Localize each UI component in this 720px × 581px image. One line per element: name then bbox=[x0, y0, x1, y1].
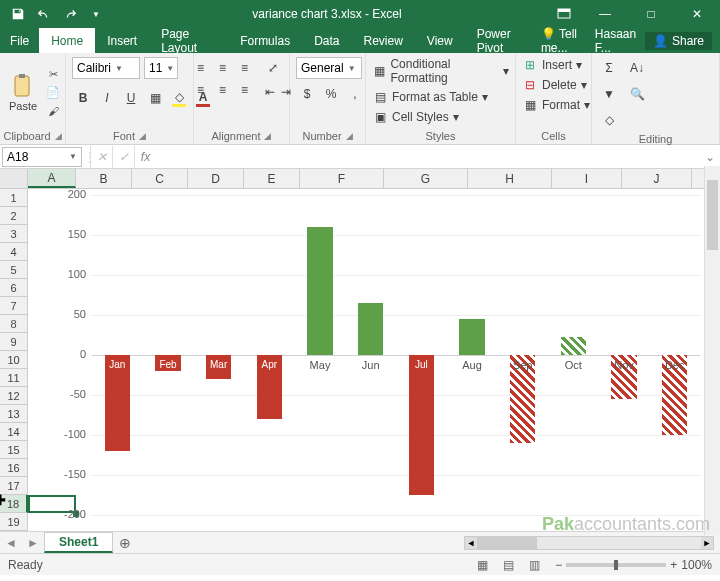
tab-review[interactable]: Review bbox=[352, 28, 415, 53]
row-header[interactable]: 10 bbox=[0, 351, 28, 369]
underline-button[interactable]: U bbox=[120, 87, 142, 109]
tab-view[interactable]: View bbox=[415, 28, 465, 53]
row-header[interactable]: 11 bbox=[0, 369, 28, 387]
qat-customize-icon[interactable]: ▼ bbox=[84, 2, 108, 26]
fx-icon[interactable]: fx bbox=[134, 146, 156, 168]
tab-home[interactable]: Home bbox=[39, 28, 95, 53]
row-header[interactable]: 1 bbox=[0, 189, 28, 207]
close-icon[interactable]: ✕ bbox=[674, 0, 720, 28]
decrease-indent-icon[interactable]: ⇤ bbox=[262, 81, 278, 103]
format-painter-icon[interactable]: 🖌 bbox=[44, 103, 62, 119]
scroll-left-icon[interactable]: ◄ bbox=[465, 537, 477, 549]
column-header[interactable]: C bbox=[132, 169, 188, 188]
redo-icon[interactable] bbox=[58, 2, 82, 26]
border-button[interactable]: ▦ bbox=[144, 87, 166, 109]
row-header[interactable]: 7 bbox=[0, 297, 28, 315]
row-header[interactable]: 8 bbox=[0, 315, 28, 333]
cut-icon[interactable]: ✂ bbox=[44, 67, 62, 83]
new-sheet-button[interactable]: ⊕ bbox=[113, 535, 137, 551]
column-header[interactable]: D bbox=[188, 169, 244, 188]
column-header[interactable]: H bbox=[468, 169, 552, 188]
sheet-next-icon[interactable]: ► bbox=[27, 536, 39, 550]
expand-formula-bar-icon[interactable]: ⌄ bbox=[700, 150, 720, 164]
page-layout-view-icon[interactable]: ▤ bbox=[497, 556, 519, 574]
chart-bar[interactable] bbox=[409, 355, 434, 495]
enter-formula-icon[interactable]: ✓ bbox=[112, 146, 134, 168]
percent-icon[interactable]: % bbox=[320, 83, 342, 105]
cancel-formula-icon[interactable]: ✕ bbox=[90, 146, 112, 168]
align-middle-icon[interactable]: ≡ bbox=[212, 57, 234, 79]
chart-bar[interactable] bbox=[307, 227, 332, 355]
delete-cells-button[interactable]: ⊟Delete ▾ bbox=[522, 77, 587, 93]
tab-power-pivot[interactable]: Power Pivot bbox=[465, 28, 541, 53]
orientation-icon[interactable]: ⤢ bbox=[262, 57, 284, 79]
tab-data[interactable]: Data bbox=[302, 28, 351, 53]
sheet-tab-sheet1[interactable]: Sheet1 bbox=[44, 532, 113, 553]
bold-button[interactable]: B bbox=[72, 87, 94, 109]
select-all-corner[interactable] bbox=[0, 169, 28, 188]
page-break-view-icon[interactable]: ▥ bbox=[523, 556, 545, 574]
align-top-icon[interactable]: ≡ bbox=[190, 57, 212, 79]
format-cells-button[interactable]: ▦Format ▾ bbox=[522, 97, 590, 113]
align-bottom-icon[interactable]: ≡ bbox=[234, 57, 256, 79]
italic-button[interactable]: I bbox=[96, 87, 118, 109]
sheet-prev-icon[interactable]: ◄ bbox=[5, 536, 17, 550]
dialog-launcher-icon[interactable]: ◢ bbox=[346, 131, 353, 141]
row-header[interactable]: 3 bbox=[0, 225, 28, 243]
column-header[interactable]: I bbox=[552, 169, 622, 188]
fill-icon[interactable]: ▼ bbox=[598, 83, 620, 105]
chart-bar[interactable] bbox=[561, 337, 586, 355]
save-icon[interactable] bbox=[6, 2, 30, 26]
autosum-icon[interactable]: Σ bbox=[598, 57, 620, 79]
zoom-level[interactable]: 100% bbox=[681, 558, 712, 572]
chart-bar[interactable] bbox=[358, 303, 383, 355]
account-name[interactable]: Hasaan F... bbox=[595, 27, 637, 55]
comma-icon[interactable]: , bbox=[344, 83, 366, 105]
worksheet-grid[interactable]: ABCDEFGHIJ 12345678910111213141516171819… bbox=[0, 169, 720, 531]
row-header[interactable]: 2 bbox=[0, 207, 28, 225]
copy-icon[interactable]: 📄 bbox=[44, 85, 62, 101]
column-header[interactable]: G bbox=[384, 169, 468, 188]
zoom-in-icon[interactable]: + bbox=[670, 558, 677, 572]
currency-icon[interactable]: $ bbox=[296, 83, 318, 105]
row-header[interactable]: 19 bbox=[0, 513, 28, 531]
dialog-launcher-icon[interactable]: ◢ bbox=[264, 131, 271, 141]
column-header[interactable]: A bbox=[28, 169, 76, 188]
zoom-out-icon[interactable]: − bbox=[555, 558, 562, 572]
tab-page-layout[interactable]: Page Layout bbox=[149, 28, 228, 53]
vertical-scrollbar[interactable] bbox=[704, 166, 720, 535]
row-header[interactable]: 12 bbox=[0, 387, 28, 405]
column-header[interactable]: F bbox=[300, 169, 384, 188]
tab-insert[interactable]: Insert bbox=[95, 28, 149, 53]
align-right-icon[interactable]: ≡ bbox=[234, 79, 256, 101]
insert-cells-button[interactable]: ⊞Insert ▾ bbox=[522, 57, 582, 73]
clear-icon[interactable]: ◇ bbox=[598, 109, 620, 131]
row-header[interactable]: 16 bbox=[0, 459, 28, 477]
sort-filter-icon[interactable]: A↓ bbox=[626, 57, 648, 79]
horizontal-scrollbar[interactable]: ◄ ► bbox=[464, 536, 714, 550]
ribbon-display-icon[interactable] bbox=[546, 0, 582, 28]
row-header[interactable]: 9 bbox=[0, 333, 28, 351]
maximize-icon[interactable]: □ bbox=[628, 0, 674, 28]
dialog-launcher-icon[interactable]: ◢ bbox=[55, 131, 62, 141]
chart-bar[interactable] bbox=[459, 319, 484, 355]
tab-formulas[interactable]: Formulas bbox=[228, 28, 302, 53]
normal-view-icon[interactable]: ▦ bbox=[471, 556, 493, 574]
format-as-table-button[interactable]: ▤Format as Table ▾ bbox=[372, 89, 488, 105]
cell-styles-button[interactable]: ▣Cell Styles ▾ bbox=[372, 109, 459, 125]
find-select-icon[interactable]: 🔍 bbox=[626, 83, 648, 105]
name-box[interactable]: A18▼ bbox=[2, 147, 82, 167]
zoom-slider[interactable] bbox=[566, 563, 666, 567]
row-header[interactable]: 13 bbox=[0, 405, 28, 423]
row-header[interactable]: 4 bbox=[0, 243, 28, 261]
variance-chart[interactable]: -200-150-100-50050100150200JanFebMarAprM… bbox=[38, 189, 710, 525]
paste-button[interactable]: Paste bbox=[6, 72, 40, 114]
fill-color-button[interactable]: ◇ bbox=[168, 87, 190, 109]
row-header[interactable]: 15 bbox=[0, 441, 28, 459]
tell-me[interactable]: 💡 Tell me... bbox=[541, 27, 587, 55]
align-left-icon[interactable]: ≡ bbox=[190, 79, 212, 101]
column-header[interactable]: B bbox=[76, 169, 132, 188]
scroll-right-icon[interactable]: ► bbox=[701, 537, 713, 549]
undo-icon[interactable] bbox=[32, 2, 56, 26]
font-name-combo[interactable]: Calibri▼ bbox=[72, 57, 140, 79]
